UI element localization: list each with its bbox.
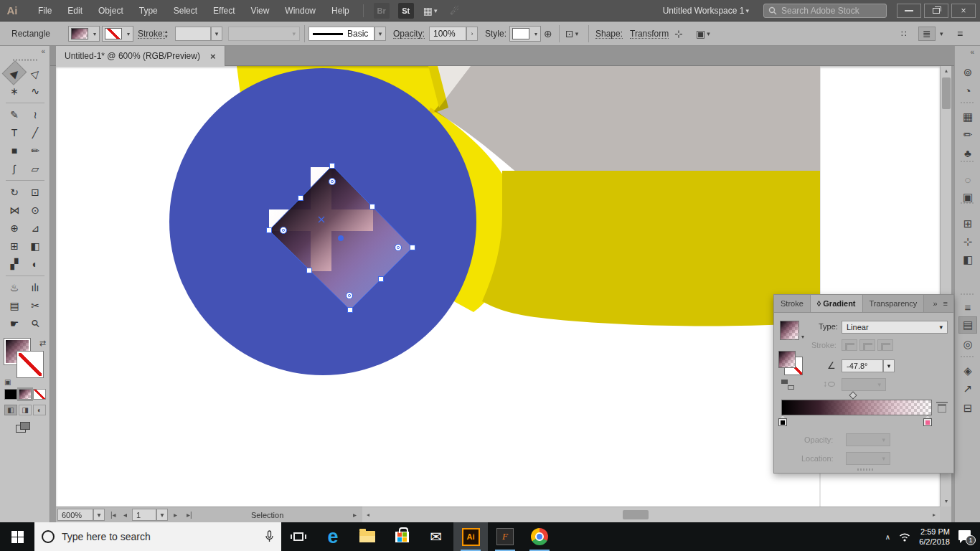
scale-tool[interactable]: ⊡ [26,184,44,200]
selection-handle[interactable] [298,196,303,201]
opacity-expand-arrow[interactable]: › [466,27,478,41]
selection-handle[interactable] [348,308,353,313]
brush-definition-dropdown-arrow[interactable]: ▾ [374,27,386,41]
panel-layout-dropdown-arrow[interactable]: ▾ [940,27,943,41]
stroke-proxy-swatch[interactable] [17,352,43,377]
previous-artboard-icon[interactable]: ◂ [123,509,127,521]
shape-builder-tool[interactable]: ⊕ [5,220,24,236]
menu-file[interactable]: File [30,0,60,22]
appearance-panel-icon[interactable]: ◌ [958,171,977,188]
action-center-icon[interactable]: 1 [958,530,973,543]
expand-panels-icon[interactable]: « [970,48,974,56]
tab-stroke[interactable]: Stroke [774,295,811,312]
gradient-type-dropdown[interactable]: Linear▾ [842,321,948,334]
shaper-tool[interactable]: ∫ [5,160,24,176]
menu-view[interactable]: View [243,0,278,22]
rotate-tool[interactable]: ↻ [5,184,24,200]
angle-dropdown-arrow[interactable]: ▾ [883,359,895,372]
curvature-tool[interactable]: ≀ [26,106,44,123]
workspace-switcher[interactable]: Untitled Workspace 1▾ [656,6,756,16]
bridge-button[interactable]: Br [374,3,390,19]
color-panel-icon[interactable]: ⊚ [958,64,977,81]
close-button[interactable]: × [951,4,976,18]
puppet-warp-tool[interactable]: ⊙ [26,202,44,218]
scroll-left-icon[interactable]: ◂ [362,510,374,520]
artboard-tool[interactable]: ▤ [5,297,24,314]
gradient-tool[interactable]: ◧ [26,237,44,254]
perspective-grid-tool[interactable]: ⊿ [26,220,44,236]
transform-panel-icon[interactable]: ⊞ [958,215,977,232]
color-button[interactable] [4,389,17,400]
align-panel-icon[interactable]: ⊹ [958,233,977,250]
eraser-tool[interactable]: ▱ [26,160,44,176]
mesh-tool[interactable]: ⊞ [5,237,24,254]
scroll-right-icon[interactable]: ▸ [928,510,940,520]
none-button[interactable] [33,389,46,400]
taskbar-app-file-explorer[interactable] [350,522,385,551]
magic-wand-tool[interactable]: ∗ [5,83,24,99]
workspace-grid-icon[interactable]: ∷ [901,27,907,41]
selection-handle[interactable] [330,164,335,169]
gradient-midpoint-handle[interactable] [849,391,857,399]
lasso-tool[interactable]: ∿ [26,83,44,99]
blend-tool[interactable]: ◐ [26,255,44,272]
gradient-angle-field[interactable]: -47.8° [842,359,883,372]
zoom-level-field[interactable]: 600% [57,509,93,521]
fill-color-dropdown[interactable]: ▾ [68,26,100,42]
transparency-panel-icon[interactable]: ◎ [958,336,977,353]
panel-resize-grip[interactable] [857,468,873,471]
taskbar-app-fuse[interactable]: F [488,522,522,551]
tab-close-icon[interactable]: × [210,51,216,62]
task-view-button[interactable] [281,522,316,551]
gradient-stop-pink[interactable] [923,415,932,426]
menu-help[interactable]: Help [324,0,357,22]
zoom-dropdown-arrow[interactable]: ▾ [93,509,105,521]
default-fill-stroke-icon[interactable]: ▣ [4,378,11,386]
vertical-scroll-thumb[interactable] [942,77,951,109]
arrange-documents-icon[interactable]: ▦▾ [423,3,438,19]
taskbar-search-box[interactable]: Type here to search [34,522,281,551]
tray-chevron-icon[interactable]: ∧ [885,533,890,541]
shape-link[interactable]: Shape: [595,29,623,39]
gradient-annotator-dot[interactable] [338,235,344,241]
stroke-weight-label[interactable]: Stroke: [138,29,165,39]
status-bar-expand-icon[interactable]: ▸ [353,509,357,521]
opacity-field[interactable]: 100% [429,27,466,41]
document-tab[interactable]: Untitled-1* @ 600% (RGB/Preview) × [56,46,225,66]
selection-handle[interactable] [410,245,415,250]
zoom-tool[interactable]: ⚲ [23,311,48,336]
live-corner-widget[interactable] [329,179,336,185]
tab-transparency[interactable]: Transparency [863,295,925,312]
artboard-number-field[interactable]: 1 [132,509,156,521]
select-similar-icon[interactable]: ⊹ [674,27,683,41]
menu-effect[interactable]: Effect [205,0,242,22]
brushes-panel-icon[interactable]: ✏ [958,126,977,143]
type-tool[interactable]: T [5,124,24,141]
stock-button[interactable]: St [398,3,414,19]
adobe-stock-search[interactable]: Search Adobe Stock [763,4,887,18]
transform-link[interactable]: Transform [630,29,669,39]
width-tool[interactable]: ⋈ [5,202,24,218]
gradient-stop-black[interactable] [778,415,787,426]
artboard-dropdown-arrow[interactable]: ▾ [156,509,168,521]
stroke-weight-dropdown-arrow[interactable]: ▾ [211,27,222,41]
taskbar-app-store[interactable] [385,522,419,551]
gradient-button[interactable] [19,389,32,400]
pen-tool[interactable]: ✎ [5,106,24,123]
selection-handle[interactable] [370,204,375,209]
control-bar-menu-icon[interactable]: ≡ [957,27,963,41]
dock-group-grip[interactable] [961,293,975,295]
gray-shape[interactable] [434,66,820,172]
paintbrush-tool[interactable]: ✏ [26,142,44,159]
taskbar-app-edge[interactable]: e [316,522,350,551]
live-corner-widget[interactable] [347,293,353,299]
start-button[interactable] [0,522,34,551]
symbols-panel-icon[interactable]: ♣ [958,144,977,161]
stroke-weight-stepper[interactable]: ▴▾ [165,27,168,41]
style-swatch-dropdown[interactable]: ▾ [509,26,541,42]
menu-edit[interactable]: Edit [60,0,90,22]
pathfinder-panel-icon[interactable]: ◧ [958,251,977,268]
live-corner-widget[interactable] [395,245,402,251]
swap-fill-stroke-icon[interactable]: ⇄ [39,339,46,348]
reverse-gradient-icon[interactable] [781,380,794,390]
